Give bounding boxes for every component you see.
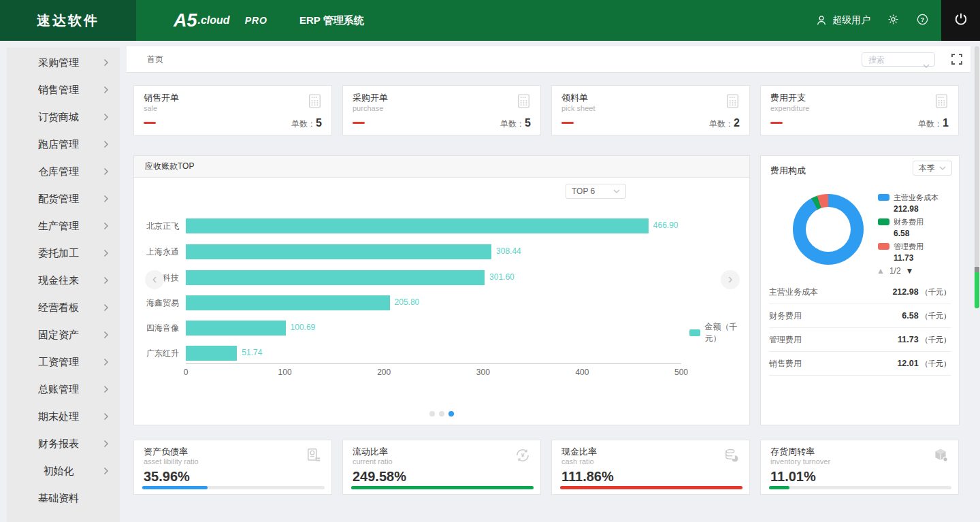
sidebar-item-11[interactable]: 固定资产 [7,321,120,348]
chevron-right-icon [103,412,109,421]
bar-category-label: 广东红升 [134,348,179,359]
sidebar-item-15[interactable]: 财务报表 [7,430,120,457]
expense-list-row: 管理费用11.73 （千元） [769,328,951,352]
carousel-prev-button[interactable]: ‹ [145,270,164,289]
sidebar-item-10[interactable]: 经营看板 [7,294,120,321]
progress-fill [560,486,742,489]
calculator-icon [515,93,532,112]
expense-label: 主营业务成本 [769,280,818,304]
summary-card-3[interactable]: 领料单pick sheet单数：2 [551,85,750,135]
carousel-dots [134,407,749,419]
sidebar-item-2[interactable]: 销售管理 [7,76,120,103]
progress-track [560,486,742,489]
carousel-next-button[interactable]: › [721,270,740,289]
chart-legend: 金额（千元） [689,321,749,344]
sidebar-item-9[interactable]: 现金往来 [7,267,120,294]
sidebar-item-12[interactable]: 工资管理 [7,348,120,376]
expense-value: 12.01 （千元） [897,352,951,375]
main-content: 首页 销售开单sale单数：5采购开单purchase单数：5领料单pick s… [127,46,970,522]
brand-suffix: .cloud [198,14,230,27]
card-subtitle: cash ratio [561,457,594,466]
top-n-select[interactable]: TOP 6 [566,184,626,199]
gear-icon [887,13,900,29]
card-title: 采购开单 [353,92,388,104]
sidebar-item-1[interactable]: 采购管理 [7,49,120,76]
sidebar-item-5[interactable]: 仓库管理 [7,158,120,185]
legend-swatch [878,194,889,201]
cube-icon [932,446,949,467]
sidebar-item-6[interactable]: 配货管理 [7,185,120,212]
svg-text:¥: ¥ [521,452,525,459]
summary-card-1[interactable]: 销售开单sale单数：5 [133,85,332,135]
scrollbar-cap [975,267,979,272]
sidebar-item-13[interactable]: 总账管理 [7,376,120,403]
carousel-dot-3[interactable] [448,411,454,417]
chevron-right-icon [103,276,109,284]
card-subtitle: expenditure [770,104,810,112]
card-subtitle: purchase [353,104,383,112]
carousel-dot-2[interactable] [439,411,444,417]
red-dash-indicator [561,122,574,124]
coins-pie-icon [723,446,740,467]
bar-category-label: 北京正飞 [134,221,179,232]
receivables-panel: 应收账款TOP TOP 6 北京正飞466.90上海永通308.44洪海科技30… [133,155,750,425]
user-menu[interactable]: 超级用户 [815,14,870,27]
logout-button[interactable] [941,0,980,41]
card-count: 单数：5 [500,117,531,130]
sidebar-item-7[interactable]: 生产管理 [7,212,120,240]
legend-swatch [878,218,889,225]
ratio-value: 249.58% [353,469,406,485]
sidebar-item-4[interactable]: 跑店管理 [7,131,120,158]
sidebar-item-8[interactable]: 委托加工 [7,240,120,267]
user-label: 超级用户 [832,14,870,27]
help-button[interactable]: ? [916,13,929,29]
sidebar-item-label: 配货管理 [14,193,103,206]
sidebar-item-16[interactable]: 初始化 [7,457,120,485]
sidebar-item-14[interactable]: 期末处理 [7,403,120,430]
fullscreen-button[interactable] [951,54,962,65]
calculator-icon [306,93,323,112]
sidebar-item-17[interactable]: 基础资料 [7,485,120,512]
calculator-icon [724,93,741,112]
card-title: 存货周转率 [770,446,815,458]
chevron-right-icon [103,222,109,230]
header-actions: 超级用户 ? [815,0,929,41]
period-select[interactable]: 本季 [913,161,952,176]
bar [186,321,286,336]
sidebar-item-3[interactable]: 订货商城 [7,103,120,131]
expense-label: 管理费用 [769,328,802,351]
summary-card-2[interactable]: 采购开单purchase单数：5 [342,85,541,135]
sidebar-item-label: 经营看板 [14,301,103,314]
chevron-right-icon [103,195,109,203]
sidebar-item-label: 基础资料 [14,492,103,505]
search-combobox[interactable] [862,52,935,67]
expense-label: 财务费用 [769,304,802,327]
chevron-right-icon [103,140,109,148]
sidebar-item-label: 期末处理 [14,410,103,423]
sidebar-item-label: 仓库管理 [14,165,103,178]
x-axis-tick: 300 [476,368,490,377]
summary-card-4[interactable]: 费用开支expenditure单数：1 [760,85,959,135]
bar-value-label: 466.90 [653,221,679,230]
ratio-value: 11.01% [770,469,816,485]
pager-up-icon[interactable]: ▲ [877,266,885,276]
scrollbar-track[interactable] [975,46,979,267]
pager-down-icon[interactable]: ▼ [906,266,914,276]
expense-value: 11.73 （千元） [898,328,951,351]
chevron-down-icon [613,189,620,193]
card-count: 单数：2 [709,117,740,130]
expense-panel: 费用构成 本季 主营业务成本212.98财务费用6.58管理费用11.73 ▲ … [760,155,960,425]
scrollbar-thumb[interactable] [975,272,979,308]
tab-home[interactable]: 首页 [147,46,163,72]
calculator-icon [933,93,950,112]
bar-category-label: 四海音像 [134,323,179,334]
legend-swatch [689,329,700,336]
card-subtitle: pick sheet [561,104,595,112]
red-dash-indicator [144,122,156,124]
fullscreen-icon [951,54,955,57]
progress-track [142,486,325,489]
carousel-dot-1[interactable] [429,411,435,417]
ratio-value: 35.96% [144,469,190,485]
settings-button[interactable] [887,13,900,29]
card-title: 现金比率 [561,446,597,458]
